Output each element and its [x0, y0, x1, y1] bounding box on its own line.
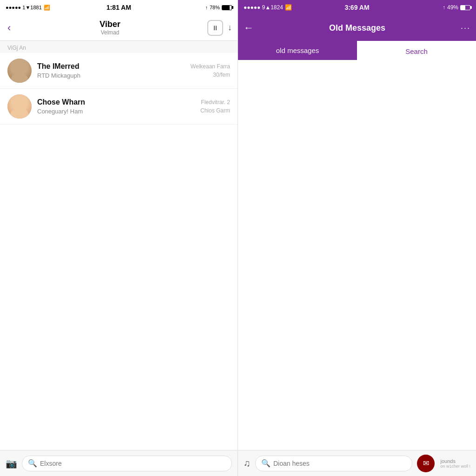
wifi-icon-right: 📶	[285, 4, 292, 11]
avatar-male-img	[7, 59, 32, 83]
conv-badge-1: 30/fem	[213, 72, 230, 78]
tab-old-messages[interactable]: old messages	[238, 41, 357, 61]
conv-name-1: The IMerred	[37, 62, 191, 71]
sub-text: on w1cher woll !	[439, 464, 470, 469]
more-button[interactable]: ···	[461, 23, 470, 33]
signal-wifi-left: ●●●●● 1▼1881 📶	[6, 5, 50, 11]
time-right: 3:69 AM	[344, 4, 369, 11]
nav-title-group-left: Viber Velmad	[13, 20, 207, 36]
battery-pct-right: 49%	[447, 4, 458, 11]
search-input-left[interactable]	[40, 460, 226, 467]
email-icon: ✉	[423, 459, 429, 468]
signal-wifi-right: ●●●●● 9▲1824 📶	[244, 4, 292, 11]
status-bar-right: ●●●●● 9▲1824 📶 3:69 AM ↑ 49%	[238, 0, 476, 15]
side-text-group: jounds on w1cher woll !	[439, 458, 470, 469]
section-label: ViGj An	[0, 41, 238, 53]
conv-meta-2: Fledvitrar. 2 Chios Garm	[200, 99, 230, 114]
bottom-bar-left: 📷 🔍	[0, 450, 238, 476]
search-wrap-right: 🔍	[255, 456, 412, 471]
status-bar-left: ●●●●● 1▼1881 📶 1:81 AM ↑ 78%	[0, 0, 238, 15]
nav-subtitle-left: Velmad	[13, 29, 207, 36]
avatar-female-img	[7, 94, 32, 119]
navbar-left: ‹ Viber Velmad ⏸ ↓	[0, 15, 238, 41]
left-panel: ●●●●● 1▼1881 📶 1:81 AM ↑ 78% ‹ Viber Vel…	[0, 0, 238, 476]
signal-icon-right: ●●●●● 9▲1824	[244, 4, 283, 11]
signal-icon-left: ●●●●● 1▼1881	[6, 5, 42, 10]
conv-info-2: Chose Wharn Coneguary! Ham	[37, 98, 200, 115]
conv-item-1[interactable]: The IMerred RTD Mickaguph Welkeaan Farra…	[0, 53, 238, 89]
conversation-list: The IMerred RTD Mickaguph Welkeaan Farra…	[0, 53, 238, 450]
arrow-right: ↑	[443, 4, 445, 11]
conv-timestamp-2: Fledvitrar. 2	[201, 99, 230, 106]
side-text: jounds	[439, 458, 470, 464]
wifi-icon-left: 📶	[44, 5, 50, 11]
conv-info-1: The IMerred RTD Mickaguph	[37, 62, 191, 79]
messages-area	[238, 61, 476, 450]
battery-area-left: ↑ 78%	[205, 5, 232, 10]
nav-title-left: Viber	[13, 20, 207, 29]
search-icon-right: 🔍	[261, 459, 271, 468]
pause-button[interactable]: ⏸	[207, 20, 223, 36]
pause-icon: ⏸	[212, 24, 218, 32]
tabs-bar: old messages Search	[238, 41, 476, 61]
bottom-bar-right: ♫ 🔍 ✉ jounds on w1cher woll !	[238, 450, 476, 476]
battery-icon-right	[460, 5, 470, 10]
download-button[interactable]: ↓	[228, 23, 232, 33]
conv-badge-2: Chios Garm	[200, 107, 230, 114]
avatar-1	[7, 59, 32, 83]
avatar-2	[7, 94, 32, 119]
tab-label-search: Search	[405, 47, 428, 55]
nav-title-right: Old Messages	[254, 23, 461, 33]
back-button-left[interactable]: ‹	[6, 20, 13, 36]
conv-item-2[interactable]: Chose Wharn Coneguary! Ham Fledvitrar. 2…	[0, 89, 238, 125]
time-left: 1:81 AM	[106, 4, 131, 11]
conv-meta-1: Welkeaan Farra 30/fem	[191, 63, 230, 78]
nav-icons-right: ⏸ ↓	[207, 20, 232, 36]
battery-pct-left: 78%	[210, 5, 220, 10]
camera-icon[interactable]: 📷	[6, 458, 17, 469]
arrow-left: ↑	[205, 5, 208, 10]
music-icon[interactable]: ♫	[244, 458, 251, 469]
search-wrap-left: 🔍	[22, 456, 232, 471]
right-panel: ●●●●● 9▲1824 📶 3:69 AM ↑ 49% ← Old Messa…	[238, 0, 476, 476]
conv-preview-1: RTD Mickaguph	[37, 72, 191, 79]
conv-timestamp-1: Welkeaan Farra	[191, 63, 230, 70]
tab-label-old-messages: old messages	[276, 46, 319, 54]
conv-preview-2: Coneguary! Ham	[37, 108, 200, 115]
back-button-right[interactable]: ←	[244, 22, 254, 34]
email-button[interactable]: ✉	[417, 455, 435, 472]
navbar-right: ← Old Messages ···	[238, 15, 476, 41]
search-icon-left: 🔍	[28, 459, 37, 468]
tab-search[interactable]: Search	[357, 41, 476, 61]
conv-name-2: Chose Wharn	[37, 98, 200, 106]
battery-icon-left	[222, 5, 232, 10]
battery-area-right: ↑ 49%	[443, 4, 470, 11]
search-input-right[interactable]	[273, 460, 406, 467]
